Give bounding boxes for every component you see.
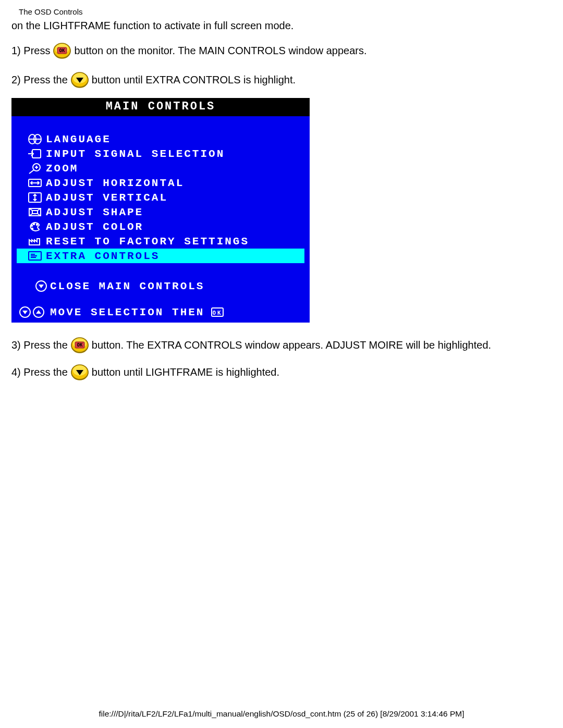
osd-item-reset: RESET TO FACTORY SETTINGS: [17, 234, 304, 249]
osd-item-label: RESET TO FACTORY SETTINGS: [46, 236, 249, 248]
step-3: 3) Press the OK button. The EXTRA CONTRO…: [11, 337, 552, 353]
input-signal-icon: [24, 148, 46, 159]
svg-text:OK: OK: [59, 48, 65, 53]
color-icon: [24, 221, 46, 232]
svg-marker-20: [39, 285, 44, 288]
horizontal-icon: [24, 177, 46, 189]
intro-text: on the LIGHTFRAME function to activate i…: [11, 19, 552, 32]
step-2: 2) Press the button until EXTRA CONTROLS…: [11, 72, 552, 88]
step-3-post: button. The EXTRA CONTROLS window appear…: [92, 339, 491, 351]
svg-point-15: [33, 224, 34, 225]
osd-footer: MOVE SELECTION THEN OK: [11, 300, 310, 323]
page-footer: file:///D|/rita/LF2/LF2/LFa1/multi_manua…: [0, 709, 563, 719]
vertical-icon: [24, 192, 46, 203]
svg-point-14: [31, 225, 32, 226]
ok-box-icon: OK: [211, 307, 224, 317]
osd-close-main: CLOSE MAIN CONTROLS: [17, 279, 304, 293]
svg-marker-22: [22, 311, 28, 314]
osd-item-adjust-vertical: ADJUST VERTICAL: [17, 190, 304, 205]
osd-footer-label: MOVE SELECTION THEN: [50, 306, 204, 318]
down-circle-icon: [32, 280, 50, 292]
doc-title: The OSD Controls: [19, 7, 552, 16]
step-1-pre: 1) Press: [11, 45, 50, 57]
shape-icon: [24, 206, 46, 218]
up-down-circles-icon: [19, 306, 50, 318]
step-4-pre: 4) Press the: [11, 366, 68, 378]
step-1-post: button on the monitor. The MAIN CONTROLS…: [74, 45, 366, 57]
osd-item-input-signal: INPUT SIGNAL SELECTION: [17, 146, 304, 161]
osd-item-adjust-color: ADJUST COLOR: [17, 219, 304, 234]
osd-item-language: LANGUAGE: [17, 132, 304, 146]
step-4: 4) Press the button until LIGHTFRAME is …: [11, 364, 552, 380]
osd-item-adjust-shape: ADJUST SHAPE: [17, 205, 304, 219]
svg-text:OK: OK: [77, 342, 82, 348]
osd-item-label: LANGUAGE: [46, 133, 111, 145]
language-icon: [24, 133, 46, 145]
osd-close-label: CLOSE MAIN CONTROLS: [50, 280, 204, 292]
osd-item-label: ZOOM: [46, 163, 78, 175]
osd-item-label: INPUT SIGNAL SELECTION: [46, 148, 225, 160]
osd-title: MAIN CONTROLS: [11, 98, 310, 116]
svg-text:OK: OK: [213, 310, 223, 316]
osd-item-label: ADJUST COLOR: [46, 221, 143, 233]
svg-point-16: [36, 224, 38, 225]
ok-button-icon: OK: [71, 337, 89, 353]
osd-panel: MAIN CONTROLS LANGUAGE INPUT SIGNAL SELE…: [11, 98, 310, 323]
factory-icon: [24, 236, 46, 247]
osd-item-adjust-horizontal: ADJUST HORIZONTAL: [17, 176, 304, 190]
osd-item-label: ADJUST HORIZONTAL: [46, 177, 184, 189]
extra-controls-icon: [24, 250, 46, 262]
svg-marker-24: [36, 310, 41, 314]
osd-item-label: ADJUST VERTICAL: [46, 192, 168, 204]
step-1: 1) Press OK button on the monitor. The M…: [11, 43, 552, 58]
step-4-post: button until LIGHTFRAME is highlighted.: [92, 366, 279, 378]
step-2-post: button until EXTRA CONTROLS is highlight…: [92, 74, 296, 86]
down-button-icon: [71, 72, 89, 88]
osd-item-extra-controls: EXTRA CONTROLS: [17, 249, 304, 263]
osd-item-label: ADJUST SHAPE: [46, 206, 143, 218]
ok-button-icon: OK: [53, 43, 71, 58]
osd-item-zoom: ZOOM: [17, 161, 304, 176]
zoom-icon: [24, 163, 46, 174]
down-button-icon: [71, 364, 89, 380]
osd-item-label: EXTRA CONTROLS: [46, 250, 160, 262]
osd-body: LANGUAGE INPUT SIGNAL SELECTION ZOOM ADJ…: [11, 116, 310, 300]
step-2-pre: 2) Press the: [11, 74, 68, 86]
svg-point-17: [32, 228, 33, 229]
step-3-pre: 3) Press the: [11, 339, 68, 351]
